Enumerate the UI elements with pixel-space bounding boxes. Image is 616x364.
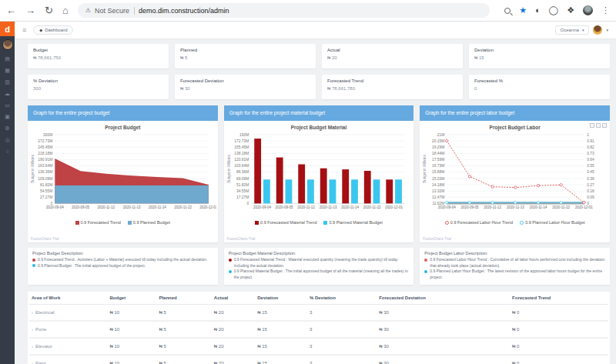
table-column-header[interactable]: Forecasted Trend [510, 292, 608, 305]
table-cell: ₦ 15 [255, 355, 307, 364]
table-cell: ₦ 10 [108, 355, 157, 364]
reload-icon[interactable]: ↻ [45, 5, 53, 15]
not-secure-warning-icon: ⚠ [85, 7, 91, 14]
svg-text:120.91M: 120.91M [234, 158, 249, 162]
legend-item[interactable]: 0.9 Planned Labor Hour Budget [520, 220, 584, 225]
expand-chevron-icon[interactable]: › [32, 344, 33, 349]
bullet-dot-icon [424, 259, 427, 262]
breadcrumb[interactable]: ◆ Dashboard [33, 25, 73, 35]
bullet-text: 0.9 Planned Labor Hour Budget : The late… [430, 269, 605, 280]
extensions-puzzle-icon[interactable]: ❖ [567, 6, 574, 15]
settings-icon[interactable]: ⚙ [5, 125, 9, 131]
table-column-header[interactable]: Budget [108, 292, 157, 305]
bullet-dot-icon [424, 270, 427, 273]
table-row[interactable]: ›Paint₦ 10₦ 5₦ 20₦ 153₦ 30₦ 0 [29, 355, 608, 364]
table-column-header[interactable]: Forecasted Deviation [377, 292, 510, 305]
legend-label: 0.9 Planned Budget [133, 220, 170, 225]
project-budget-chart[interactable]: 300M272.73M245.45M218.18M190.91M163.64M1… [29, 131, 216, 220]
hamburger-menu-icon[interactable]: ≡ [22, 26, 26, 34]
legend-item[interactable]: 0.9 Forecasted Material Trend [255, 220, 316, 225]
legend-item[interactable]: 0.9 Forecasted Trend [75, 220, 121, 225]
project-budget-labor-chart[interactable]: 21M120.15M0.9119.29M0.8218.44M0.7317.59M… [421, 131, 608, 220]
table-column-header[interactable]: Actual [212, 292, 255, 305]
chart-card-project-budget[interactable]: Project Budget 300M272.73M245.45M218.18M… [28, 121, 218, 242]
table-column-header[interactable]: Planned [156, 292, 211, 305]
description-bullet: 0.9 Planned Material Budget : The initia… [229, 269, 410, 280]
table-row[interactable]: ›Electrical₦ 10₦ 5₦ 20₦ 153₦ 30₦ 0 [29, 305, 608, 322]
svg-text:34.55M: 34.55M [236, 189, 249, 193]
search-icon[interactable] [504, 8, 511, 14]
kpi-card-planned: Planned₦ 5 [175, 44, 316, 68]
table-cell: ₦ 15 [255, 338, 307, 355]
svg-text:136.36M: 136.36M [38, 170, 52, 174]
legend-label: 0.9 Forecasted Trend [81, 220, 121, 225]
help-icon[interactable]: ○ [5, 149, 8, 154]
chart-export-menu-icons[interactable] [590, 123, 607, 128]
svg-text:2020-12-01: 2020-12-01 [199, 205, 216, 209]
svg-text:Budget in Millions: Budget in Millions [227, 155, 231, 183]
project-selector[interactable]: Oceanna ▾ [555, 25, 590, 35]
chart-legend[interactable]: 0.9 Forecasted Labor Hour Trend0.9 Plann… [421, 220, 608, 225]
address-bar[interactable]: ⚠ Not Secure demo.dim.construction/admin [78, 3, 490, 18]
area-of-work-cell[interactable]: ›Paint [29, 355, 108, 364]
table-cell: ₦ 30 [377, 338, 510, 355]
svg-text:2020-09-04: 2020-09-04 [438, 205, 456, 209]
forward-icon[interactable]: → [25, 5, 35, 15]
extension-icon-2[interactable]: ◯ [549, 6, 558, 15]
browser-profile-avatar[interactable] [583, 5, 593, 15]
back-icon[interactable]: ← [6, 5, 16, 15]
area-of-work-cell[interactable]: ›Electrical [29, 305, 108, 322]
sidebar-user-avatar[interactable] [2, 39, 13, 50]
area-of-work-cell[interactable]: ›Porte [29, 321, 108, 338]
table-cell: ₦ 5 [156, 355, 211, 364]
expand-chevron-icon[interactable]: › [32, 327, 33, 332]
extension-icon-1[interactable]: ◐ [535, 6, 541, 15]
legend-item[interactable]: 0.9 Planned Budget [128, 220, 170, 225]
table-column-header[interactable]: Area of Work [29, 292, 108, 305]
chart-card-project-budget-material[interactable]: Project Budget Material 190M172.73M155.4… [224, 121, 414, 242]
upload-icon[interactable]: ☁ [5, 91, 10, 96]
kpi-card-forecasted-trend: Forecasted Trend₦ 78,661,780 [322, 75, 463, 99]
area-of-work-cell[interactable]: ›Elevator [29, 338, 108, 355]
kpi-card-deviation: Deviation₦ 15 [469, 44, 610, 68]
legend-swatch-icon [323, 221, 327, 225]
reports-icon[interactable]: ▥ [5, 79, 10, 85]
table-row[interactable]: ›Elevator₦ 10₦ 5₦ 20₦ 153₦ 30₦ 0 [29, 338, 608, 355]
chart-legend[interactable]: 0.9 Forecasted Material Trend0.9 Planned… [226, 220, 413, 225]
home-icon[interactable]: ⌂ [62, 5, 69, 15]
legend-label: 0.9 Planned Labor Hour Budget [525, 220, 584, 225]
projects-icon[interactable]: ▦ [5, 68, 10, 73]
table-column-header[interactable]: % Deviation [307, 292, 377, 305]
chart-card-project-budget-labor[interactable]: Project Budget Labor 21M120.15M0.9119.29… [420, 121, 610, 242]
svg-text:54.55M: 54.55M [40, 189, 52, 193]
svg-text:0.36: 0.36 [588, 177, 595, 181]
panel-header: Graph for the entire project material bu… [224, 105, 414, 121]
browser-menu-icon[interactable]: ⋮ [601, 5, 610, 15]
kpi-value: ₦ 78,661,780 [327, 86, 457, 91]
avatar-chevron-down-icon[interactable]: ▾ [606, 28, 608, 32]
expand-chevron-icon[interactable]: › [32, 361, 33, 364]
description-card: Project Budget Description: 0.9 Forecast… [28, 248, 218, 285]
kpi-card-actual: Actual₦ 20 [322, 44, 463, 68]
history-icon[interactable]: ◎ [5, 137, 9, 142]
table-cell: ₦ 15 [255, 305, 307, 322]
user-avatar[interactable] [593, 25, 602, 35]
expand-chevron-icon[interactable]: › [32, 310, 33, 315]
legend-swatch-icon [75, 221, 79, 225]
chart-legend[interactable]: 0.9 Forecasted Trend0.9 Planned Budget [29, 220, 216, 225]
project-budget-material-chart[interactable]: 190M172.73M155.45M138.18M120.91M103.64M8… [226, 131, 413, 220]
bookmark-star-icon[interactable]: ★ [519, 5, 527, 15]
documents-icon[interactable]: ▣ [5, 114, 10, 119]
app-logo[interactable]: d [0, 22, 15, 36]
description-bullet: 0.9 Planned Budget : The initial approve… [32, 263, 213, 269]
dashboard-icon[interactable]: ▤ [5, 56, 10, 62]
description-bullet: 0.9 Forecasted Material Trend : Material… [229, 257, 410, 269]
table-row[interactable]: ›Porte₦ 10₦ 5₦ 20₦ 153₦ 30₦ 0 [29, 321, 608, 338]
kpi-label: Planned [180, 48, 310, 52]
legend-item[interactable]: 0.9 Planned Material Budget [323, 220, 382, 225]
svg-text:155.45M: 155.45M [234, 145, 249, 149]
inbox-icon[interactable]: ▭ [5, 102, 10, 108]
table-column-header[interactable]: Deviation [255, 292, 307, 305]
legend-item[interactable]: 0.9 Forecasted Labor Hour Trend [445, 220, 513, 225]
panel-project-budget-labor: Graph for the entire project labor budge… [420, 105, 610, 285]
